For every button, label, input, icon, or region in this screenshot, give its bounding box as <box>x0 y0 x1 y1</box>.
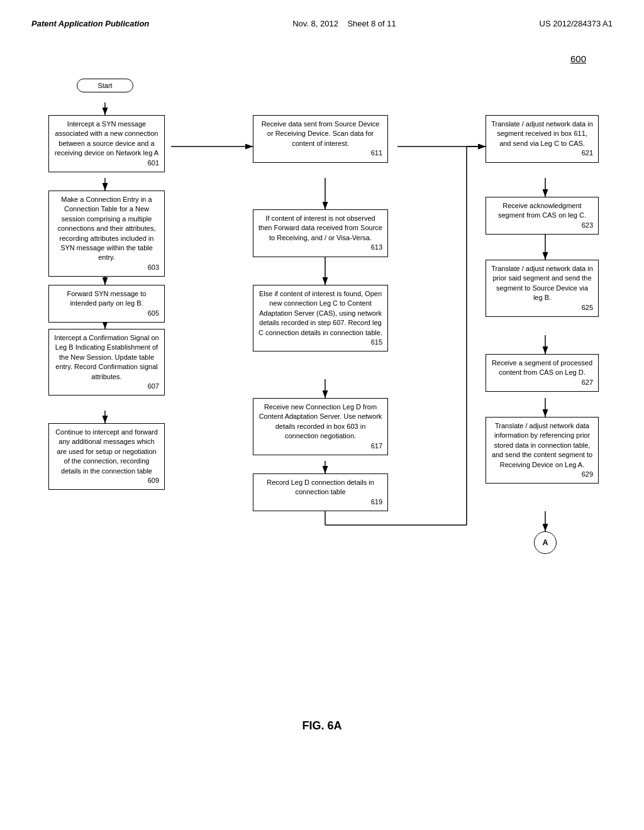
box-629: Translate / adjust network data informat… <box>486 417 599 484</box>
header-left: Patent Application Publication <box>31 19 149 28</box>
start-node: Start <box>77 79 133 92</box>
box-617: Receive new Connection Leg D from Conten… <box>253 398 388 455</box>
box-627: Receive a segment of processed content f… <box>486 354 599 392</box>
box-621: Translate / adjust network data in segme… <box>486 115 599 163</box>
header: Patent Application Publication Nov. 8, 2… <box>31 19 613 28</box>
page: Patent Application Publication Nov. 8, 2… <box>0 0 644 830</box>
diagram-label: 600 <box>570 53 586 64</box>
box-611: Receive data sent from Source Device or … <box>253 115 388 163</box>
flow-diagram: 600 <box>39 53 605 745</box>
header-center: Nov. 8, 2012 Sheet 8 of 11 <box>292 19 396 28</box>
header-date: Nov. 8, 2012 <box>292 19 338 28</box>
header-sheet: Sheet 8 of 11 <box>347 19 396 28</box>
box-623: Receive acknowledgment segment from CAS … <box>486 197 599 235</box>
box-625: Translate / adjust network data in prior… <box>486 260 599 317</box>
box-619: Record Leg D connection details in conne… <box>253 473 388 511</box>
box-609: Continue to intercept and forward any ad… <box>48 423 165 490</box>
box-613: If content of interest is not observed t… <box>253 209 388 257</box>
box-605: Forward SYN message to intended party on… <box>48 285 165 323</box>
box-615: Else if content of interest is found, Op… <box>253 285 388 351</box>
connector-a: A <box>534 531 557 554</box>
box-607: Intercept a Confirmation Signal on Leg B… <box>48 329 165 396</box>
header-right: US 2012/284373 A1 <box>540 19 613 28</box>
box-603: Make a Connection Entry in a Connection … <box>48 191 165 277</box>
box-601: Intercept a SYN message associated with … <box>48 115 165 172</box>
figure-label: FIG. 6A <box>302 719 341 733</box>
